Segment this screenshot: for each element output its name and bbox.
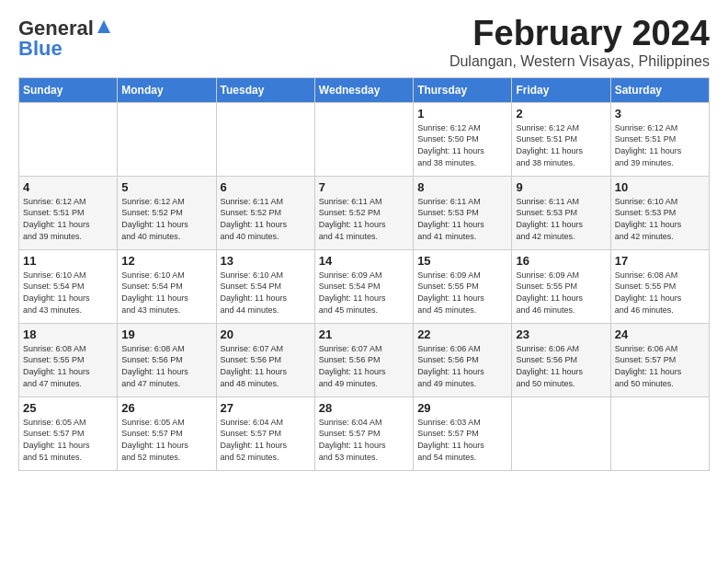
day-info: Sunrise: 6:09 AM Sunset: 5:55 PM Dayligh…	[417, 270, 507, 316]
day-info: Sunrise: 6:12 AM Sunset: 5:51 PM Dayligh…	[516, 122, 606, 168]
day-info: Sunrise: 6:06 AM Sunset: 5:57 PM Dayligh…	[615, 343, 705, 389]
day-number: 6	[221, 180, 311, 194]
day-number: 5	[121, 180, 211, 194]
day-number: 14	[319, 254, 409, 268]
calendar-cell: 28Sunrise: 6:04 AM Sunset: 5:57 PM Dayli…	[314, 396, 413, 470]
day-info: Sunrise: 6:04 AM Sunset: 5:57 PM Dayligh…	[221, 417, 311, 463]
week-row-1: 1Sunrise: 6:12 AM Sunset: 5:50 PM Daylig…	[19, 102, 710, 176]
day-number: 12	[121, 254, 211, 268]
day-info: Sunrise: 6:07 AM Sunset: 5:56 PM Dayligh…	[319, 343, 409, 389]
calendar-cell: 11Sunrise: 6:10 AM Sunset: 5:54 PM Dayli…	[19, 249, 118, 323]
day-info: Sunrise: 6:08 AM Sunset: 5:55 PM Dayligh…	[615, 270, 705, 316]
day-number: 17	[615, 254, 705, 268]
day-info: Sunrise: 6:12 AM Sunset: 5:52 PM Dayligh…	[121, 196, 211, 242]
day-info: Sunrise: 6:12 AM Sunset: 5:51 PM Dayligh…	[615, 122, 705, 168]
logo: General Blue	[18, 18, 112, 59]
day-number: 23	[516, 327, 606, 341]
day-info: Sunrise: 6:11 AM Sunset: 5:52 PM Dayligh…	[319, 196, 409, 242]
calendar-cell: 22Sunrise: 6:06 AM Sunset: 5:56 PM Dayli…	[414, 323, 512, 396]
logo-general-text: General	[18, 18, 94, 39]
svg-marker-0	[97, 20, 110, 33]
calendar-cell: 13Sunrise: 6:10 AM Sunset: 5:54 PM Dayli…	[216, 249, 314, 323]
calendar-cell: 17Sunrise: 6:08 AM Sunset: 5:55 PM Dayli…	[610, 249, 709, 323]
day-info: Sunrise: 6:12 AM Sunset: 5:51 PM Dayligh…	[23, 196, 113, 242]
calendar-cell	[610, 396, 709, 470]
calendar-cell: 25Sunrise: 6:05 AM Sunset: 5:57 PM Dayli…	[19, 396, 118, 470]
calendar-cell: 20Sunrise: 6:07 AM Sunset: 5:56 PM Dayli…	[216, 323, 314, 396]
calendar-cell: 2Sunrise: 6:12 AM Sunset: 5:51 PM Daylig…	[512, 102, 610, 176]
day-info: Sunrise: 6:05 AM Sunset: 5:57 PM Dayligh…	[23, 417, 113, 463]
calendar-cell: 18Sunrise: 6:08 AM Sunset: 5:55 PM Dayli…	[19, 323, 118, 396]
day-number: 11	[23, 254, 113, 268]
calendar-cell: 6Sunrise: 6:11 AM Sunset: 5:52 PM Daylig…	[216, 176, 314, 249]
header: General Blue February 2024 Dulangan, Wes…	[18, 15, 710, 70]
calendar-cell: 4Sunrise: 6:12 AM Sunset: 5:51 PM Daylig…	[19, 176, 118, 249]
column-header-wednesday: Wednesday	[314, 77, 413, 102]
day-number: 26	[121, 401, 211, 415]
day-info: Sunrise: 6:06 AM Sunset: 5:56 PM Dayligh…	[516, 343, 606, 389]
calendar-cell: 21Sunrise: 6:07 AM Sunset: 5:56 PM Dayli…	[314, 323, 413, 396]
calendar-cell: 10Sunrise: 6:10 AM Sunset: 5:53 PM Dayli…	[610, 176, 709, 249]
day-number: 28	[319, 401, 409, 415]
calendar-cell: 16Sunrise: 6:09 AM Sunset: 5:55 PM Dayli…	[512, 249, 610, 323]
day-number: 19	[121, 327, 211, 341]
calendar-cell: 29Sunrise: 6:03 AM Sunset: 5:57 PM Dayli…	[414, 396, 512, 470]
day-number: 1	[417, 107, 507, 121]
location-title: Dulangan, Western Visayas, Philippines	[449, 53, 710, 70]
calendar-cell: 12Sunrise: 6:10 AM Sunset: 5:54 PM Dayli…	[118, 249, 216, 323]
day-number: 24	[615, 327, 705, 341]
day-number: 7	[319, 180, 409, 194]
day-number: 20	[221, 327, 311, 341]
week-row-4: 18Sunrise: 6:08 AM Sunset: 5:55 PM Dayli…	[19, 323, 710, 396]
calendar-cell: 27Sunrise: 6:04 AM Sunset: 5:57 PM Dayli…	[216, 396, 314, 470]
day-info: Sunrise: 6:09 AM Sunset: 5:55 PM Dayligh…	[516, 270, 606, 316]
calendar-cell: 26Sunrise: 6:05 AM Sunset: 5:57 PM Dayli…	[118, 396, 216, 470]
day-number: 29	[417, 401, 507, 415]
day-info: Sunrise: 6:11 AM Sunset: 5:52 PM Dayligh…	[221, 196, 311, 242]
day-number: 3	[615, 107, 705, 121]
day-number: 25	[23, 401, 113, 415]
day-number: 2	[516, 107, 606, 121]
day-info: Sunrise: 6:09 AM Sunset: 5:54 PM Dayligh…	[319, 270, 409, 316]
calendar-cell: 3Sunrise: 6:12 AM Sunset: 5:51 PM Daylig…	[610, 102, 709, 176]
day-info: Sunrise: 6:08 AM Sunset: 5:55 PM Dayligh…	[23, 343, 113, 389]
day-info: Sunrise: 6:06 AM Sunset: 5:56 PM Dayligh…	[417, 343, 507, 389]
logo-blue-text: Blue	[18, 37, 63, 60]
calendar-cell	[216, 102, 314, 176]
day-number: 18	[23, 327, 113, 341]
day-info: Sunrise: 6:12 AM Sunset: 5:50 PM Dayligh…	[417, 122, 507, 168]
day-info: Sunrise: 6:10 AM Sunset: 5:54 PM Dayligh…	[23, 270, 113, 316]
calendar-cell	[512, 396, 610, 470]
month-title: February 2024	[449, 15, 710, 53]
calendar-cell: 9Sunrise: 6:11 AM Sunset: 5:53 PM Daylig…	[512, 176, 610, 249]
day-info: Sunrise: 6:07 AM Sunset: 5:56 PM Dayligh…	[221, 343, 311, 389]
day-number: 15	[417, 254, 507, 268]
calendar-cell: 7Sunrise: 6:11 AM Sunset: 5:52 PM Daylig…	[314, 176, 413, 249]
day-number: 27	[221, 401, 311, 415]
day-number: 9	[516, 180, 606, 194]
title-area: February 2024 Dulangan, Western Visayas,…	[449, 15, 710, 70]
week-row-5: 25Sunrise: 6:05 AM Sunset: 5:57 PM Dayli…	[19, 396, 710, 470]
column-header-friday: Friday	[512, 77, 610, 102]
week-row-2: 4Sunrise: 6:12 AM Sunset: 5:51 PM Daylig…	[19, 176, 710, 249]
day-info: Sunrise: 6:10 AM Sunset: 5:54 PM Dayligh…	[221, 270, 311, 316]
day-number: 10	[615, 180, 705, 194]
column-header-thursday: Thursday	[414, 77, 512, 102]
day-info: Sunrise: 6:11 AM Sunset: 5:53 PM Dayligh…	[417, 196, 507, 242]
day-number: 8	[417, 180, 507, 194]
calendar-cell: 19Sunrise: 6:08 AM Sunset: 5:56 PM Dayli…	[118, 323, 216, 396]
calendar-cell: 15Sunrise: 6:09 AM Sunset: 5:55 PM Dayli…	[414, 249, 512, 323]
day-info: Sunrise: 6:10 AM Sunset: 5:54 PM Dayligh…	[121, 270, 211, 316]
calendar-cell	[314, 102, 413, 176]
day-info: Sunrise: 6:11 AM Sunset: 5:53 PM Dayligh…	[516, 196, 606, 242]
calendar-cell	[118, 102, 216, 176]
day-number: 13	[221, 254, 311, 268]
column-header-tuesday: Tuesday	[216, 77, 314, 102]
calendar-cell: 5Sunrise: 6:12 AM Sunset: 5:52 PM Daylig…	[118, 176, 216, 249]
header-row: SundayMondayTuesdayWednesdayThursdayFrid…	[19, 77, 710, 102]
column-header-saturday: Saturday	[610, 77, 709, 102]
calendar-cell	[19, 102, 118, 176]
logo-icon	[96, 18, 112, 35]
calendar-table: SundayMondayTuesdayWednesdayThursdayFrid…	[18, 77, 710, 471]
day-info: Sunrise: 6:03 AM Sunset: 5:57 PM Dayligh…	[417, 417, 507, 463]
